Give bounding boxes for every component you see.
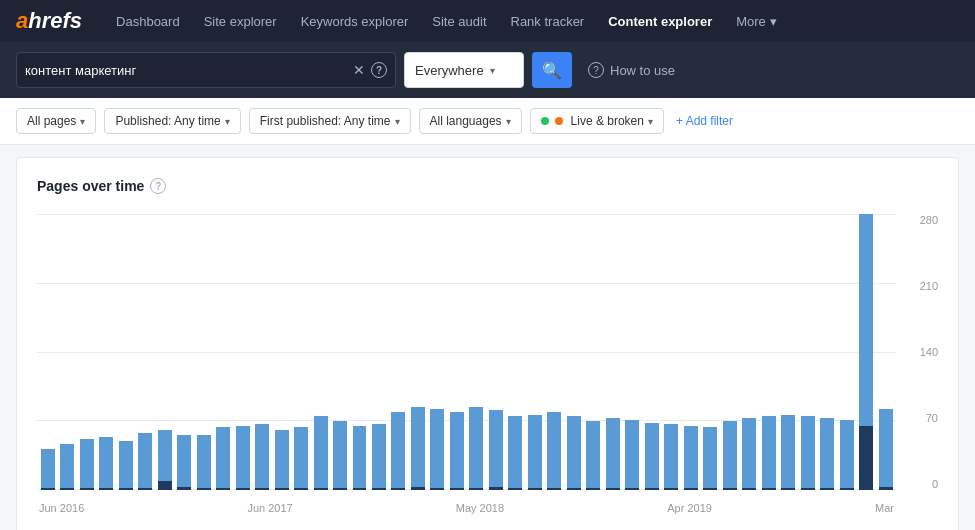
bar-light xyxy=(41,449,55,489)
bar-light xyxy=(177,435,191,487)
all-languages-filter[interactable]: All languages ▾ xyxy=(419,108,522,134)
search-button[interactable]: 🔍 xyxy=(532,52,572,88)
bar-dark xyxy=(411,487,425,490)
bar-group xyxy=(58,214,75,490)
bar-light xyxy=(547,412,561,488)
bar-group xyxy=(78,214,95,490)
bar-light xyxy=(508,416,522,488)
bar-group xyxy=(721,214,738,490)
bar-light xyxy=(645,423,659,488)
bar-dark xyxy=(859,426,873,490)
bar-stack xyxy=(314,416,328,490)
bar-light xyxy=(625,420,639,488)
clear-icon[interactable]: ✕ xyxy=(353,62,365,78)
search-bar: ✕ ? Everywhere ▾ 🔍 ? How to use xyxy=(0,42,975,98)
bar-dark xyxy=(138,488,152,490)
bar-dark xyxy=(353,488,367,490)
bar-light xyxy=(703,427,717,488)
chevron-down-icon: ▾ xyxy=(770,14,777,29)
first-published-label: First published: Any time xyxy=(260,114,391,128)
add-filter-button[interactable]: + Add filter xyxy=(676,114,733,128)
bar-dark xyxy=(314,488,328,490)
bar-stack xyxy=(138,433,152,490)
bar-stack xyxy=(294,427,308,490)
dropdown-label: Everywhere xyxy=(415,63,484,78)
bar-stack xyxy=(723,421,737,490)
bar-light xyxy=(216,427,230,488)
bar-group xyxy=(370,214,387,490)
bar-stack xyxy=(80,439,94,490)
bar-dark xyxy=(684,488,698,490)
bar-stack xyxy=(430,409,444,490)
bars-area: Jun 2016 Jun 2017 May 2018 Apr 2019 Mar xyxy=(37,214,896,514)
bars-container xyxy=(37,214,896,490)
bar-dark xyxy=(177,487,191,490)
y-label-280: 280 xyxy=(920,214,938,226)
bar-dark xyxy=(469,488,483,490)
bar-light xyxy=(138,433,152,488)
bar-dark xyxy=(781,488,795,490)
bar-group xyxy=(468,214,485,490)
bar-light xyxy=(391,412,405,488)
published-filter[interactable]: Published: Any time ▾ xyxy=(104,108,240,134)
live-dot-icon xyxy=(541,117,549,125)
bar-light xyxy=(430,409,444,488)
nav-more[interactable]: More ▾ xyxy=(726,10,787,33)
x-label-may2018: May 2018 xyxy=(456,502,504,514)
bar-group xyxy=(877,214,894,490)
how-to-use-link[interactable]: ? How to use xyxy=(588,62,675,78)
search-input[interactable] xyxy=(25,63,347,78)
bar-light xyxy=(528,415,542,489)
search-help-icon[interactable]: ? xyxy=(371,62,387,78)
live-broken-filter[interactable]: Live & broken ▾ xyxy=(530,108,664,134)
everywhere-dropdown[interactable]: Everywhere ▾ xyxy=(404,52,524,88)
bar-group xyxy=(175,214,192,490)
bar-stack xyxy=(450,412,464,490)
bar-dark xyxy=(216,488,230,490)
nav-rank-tracker[interactable]: Rank tracker xyxy=(501,10,595,33)
bar-group xyxy=(507,214,524,490)
x-label-mar: Mar xyxy=(875,502,894,514)
logo[interactable]: ahrefs xyxy=(16,8,82,34)
bar-dark xyxy=(430,488,444,490)
y-label-70: 70 xyxy=(926,412,938,424)
nav-dashboard[interactable]: Dashboard xyxy=(106,10,190,33)
bar-light xyxy=(158,430,172,481)
bar-group xyxy=(643,214,660,490)
bar-stack xyxy=(547,412,561,490)
bar-dark xyxy=(762,488,776,490)
bar-dark xyxy=(723,488,737,490)
bar-light xyxy=(879,409,893,487)
bar-group xyxy=(818,214,835,490)
bar-group xyxy=(740,214,757,490)
bar-stack xyxy=(60,444,74,490)
bar-stack xyxy=(41,449,55,490)
all-pages-filter[interactable]: All pages ▾ xyxy=(16,108,96,134)
bar-group xyxy=(234,214,251,490)
nav-content-explorer[interactable]: Content explorer xyxy=(598,10,722,33)
bar-stack xyxy=(197,435,211,490)
bar-stack xyxy=(879,409,893,490)
bar-stack xyxy=(742,418,756,490)
bar-dark xyxy=(372,488,386,490)
x-label-jun2017: Jun 2017 xyxy=(247,502,292,514)
bar-group xyxy=(351,214,368,490)
bar-stack xyxy=(781,415,795,490)
chart-help-icon[interactable]: ? xyxy=(150,178,166,194)
bar-stack xyxy=(411,407,425,490)
bar-group xyxy=(136,214,153,490)
bar-group xyxy=(682,214,699,490)
first-published-filter[interactable]: First published: Any time ▾ xyxy=(249,108,411,134)
bar-stack xyxy=(275,430,289,490)
bar-light xyxy=(236,426,250,489)
bar-group xyxy=(156,214,173,490)
nav-site-explorer[interactable]: Site explorer xyxy=(194,10,287,33)
live-broken-label: Live & broken xyxy=(571,114,644,128)
nav-site-audit[interactable]: Site audit xyxy=(422,10,496,33)
dropdown-arrow-icon: ▾ xyxy=(490,65,495,76)
bar-group xyxy=(39,214,56,490)
bar-dark xyxy=(840,488,854,490)
nav-keywords-explorer[interactable]: Keywords explorer xyxy=(291,10,419,33)
bar-dark xyxy=(567,488,581,490)
bar-dark xyxy=(80,488,94,490)
